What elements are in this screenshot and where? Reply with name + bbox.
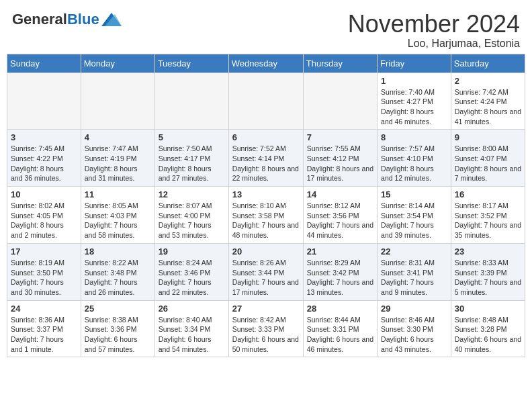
day-info: Sunrise: 7:50 AMSunset: 4:17 PMDaylight:… bbox=[159, 144, 225, 183]
day-number: 18 bbox=[85, 246, 151, 257]
day-info: Sunrise: 8:31 AMSunset: 3:41 PMDaylight:… bbox=[381, 258, 447, 298]
calendar-cell: 21Sunrise: 8:29 AMSunset: 3:42 PMDayligh… bbox=[303, 243, 377, 300]
calendar-cell: 23Sunrise: 8:33 AMSunset: 3:39 PMDayligh… bbox=[451, 243, 525, 300]
day-number: 19 bbox=[159, 246, 225, 257]
day-header-tuesday: Tuesday bbox=[154, 54, 228, 73]
day-number: 15 bbox=[381, 189, 447, 199]
day-info: Sunrise: 7:52 AMSunset: 4:14 PMDaylight:… bbox=[232, 144, 300, 183]
day-info: Sunrise: 8:05 AMSunset: 4:03 PMDaylight:… bbox=[85, 201, 151, 240]
day-info: Sunrise: 8:10 AMSunset: 3:58 PMDaylight:… bbox=[232, 201, 300, 240]
day-info: Sunrise: 7:42 AMSunset: 4:24 PMDaylight:… bbox=[455, 87, 521, 127]
calendar-cell: 12Sunrise: 8:07 AMSunset: 4:00 PMDayligh… bbox=[154, 187, 228, 244]
day-info: Sunrise: 8:24 AMSunset: 3:46 PMDaylight:… bbox=[159, 258, 225, 298]
day-number: 22 bbox=[381, 246, 447, 257]
calendar-week-row: 17Sunrise: 8:19 AMSunset: 3:50 PMDayligh… bbox=[7, 243, 525, 300]
day-number: 13 bbox=[232, 189, 300, 199]
day-info: Sunrise: 8:46 AMSunset: 3:30 PMDaylight:… bbox=[381, 315, 447, 355]
day-info: Sunrise: 8:02 AMSunset: 4:05 PMDaylight:… bbox=[11, 201, 77, 240]
day-number: 5 bbox=[159, 132, 225, 142]
logo: GeneralBlue bbox=[12, 11, 122, 28]
day-info: Sunrise: 8:07 AMSunset: 4:00 PMDaylight:… bbox=[159, 201, 225, 240]
day-number: 3 bbox=[11, 132, 77, 142]
day-number: 12 bbox=[159, 189, 225, 199]
day-number: 24 bbox=[11, 304, 77, 314]
day-info: Sunrise: 8:22 AMSunset: 3:48 PMDaylight:… bbox=[85, 258, 151, 298]
calendar-cell: 9Sunrise: 8:00 AMSunset: 4:07 PMDaylight… bbox=[451, 130, 525, 187]
calendar-cell bbox=[303, 73, 377, 130]
day-number: 25 bbox=[85, 304, 151, 314]
day-header-saturday: Saturday bbox=[451, 54, 525, 73]
calendar-cell: 22Sunrise: 8:31 AMSunset: 3:41 PMDayligh… bbox=[378, 243, 451, 300]
day-info: Sunrise: 8:36 AMSunset: 3:37 PMDaylight:… bbox=[11, 315, 77, 355]
calendar-cell bbox=[81, 73, 154, 130]
calendar-cell: 13Sunrise: 8:10 AMSunset: 3:58 PMDayligh… bbox=[228, 187, 303, 244]
page-header: GeneralBlue November 2024 Loo, Harjumaa,… bbox=[7, 7, 525, 50]
calendar-table: SundayMondayTuesdayWednesdayThursdayFrid… bbox=[7, 54, 525, 358]
logo-icon bbox=[101, 13, 122, 26]
calendar-cell bbox=[228, 73, 303, 130]
calendar-week-row: 10Sunrise: 8:02 AMSunset: 4:05 PMDayligh… bbox=[7, 187, 525, 244]
calendar-header-row: SundayMondayTuesdayWednesdayThursdayFrid… bbox=[7, 54, 525, 73]
calendar-cell: 7Sunrise: 7:55 AMSunset: 4:12 PMDaylight… bbox=[303, 130, 377, 187]
day-header-sunday: Sunday bbox=[7, 54, 81, 73]
day-info: Sunrise: 8:33 AMSunset: 3:39 PMDaylight:… bbox=[455, 258, 521, 298]
calendar-cell: 17Sunrise: 8:19 AMSunset: 3:50 PMDayligh… bbox=[7, 243, 81, 300]
day-number: 14 bbox=[307, 189, 373, 199]
calendar-cell: 18Sunrise: 8:22 AMSunset: 3:48 PMDayligh… bbox=[81, 243, 154, 300]
calendar-cell: 16Sunrise: 8:17 AMSunset: 3:52 PMDayligh… bbox=[451, 187, 525, 244]
day-info: Sunrise: 8:19 AMSunset: 3:50 PMDaylight:… bbox=[11, 258, 77, 298]
calendar-cell: 5Sunrise: 7:50 AMSunset: 4:17 PMDaylight… bbox=[154, 130, 228, 187]
day-info: Sunrise: 8:14 AMSunset: 3:54 PMDaylight:… bbox=[381, 201, 447, 240]
day-info: Sunrise: 8:29 AMSunset: 3:42 PMDaylight:… bbox=[307, 258, 373, 298]
day-number: 28 bbox=[307, 304, 373, 314]
calendar-cell: 20Sunrise: 8:26 AMSunset: 3:44 PMDayligh… bbox=[228, 243, 303, 300]
calendar-cell: 6Sunrise: 7:52 AMSunset: 4:14 PMDaylight… bbox=[228, 130, 303, 187]
calendar-cell: 26Sunrise: 8:40 AMSunset: 3:34 PMDayligh… bbox=[154, 300, 228, 357]
calendar-cell: 2Sunrise: 7:42 AMSunset: 4:24 PMDaylight… bbox=[451, 73, 525, 130]
day-header-friday: Friday bbox=[378, 54, 451, 73]
calendar-cell bbox=[154, 73, 228, 130]
calendar-cell: 10Sunrise: 8:02 AMSunset: 4:05 PMDayligh… bbox=[7, 187, 81, 244]
day-header-monday: Monday bbox=[81, 54, 154, 73]
day-info: Sunrise: 8:44 AMSunset: 3:31 PMDaylight:… bbox=[307, 315, 373, 355]
month-title: November 2024 bbox=[348, 11, 520, 38]
calendar-week-row: 3Sunrise: 7:45 AMSunset: 4:22 PMDaylight… bbox=[7, 130, 525, 187]
day-header-thursday: Thursday bbox=[303, 54, 377, 73]
day-info: Sunrise: 7:57 AMSunset: 4:10 PMDaylight:… bbox=[381, 144, 447, 183]
day-number: 27 bbox=[232, 304, 300, 314]
day-number: 29 bbox=[381, 304, 447, 314]
day-info: Sunrise: 8:12 AMSunset: 3:56 PMDaylight:… bbox=[307, 201, 373, 240]
calendar-cell: 30Sunrise: 8:48 AMSunset: 3:28 PMDayligh… bbox=[451, 300, 525, 357]
day-info: Sunrise: 8:38 AMSunset: 3:36 PMDaylight:… bbox=[85, 315, 151, 355]
day-number: 30 bbox=[455, 304, 521, 314]
day-number: 16 bbox=[455, 189, 521, 199]
calendar-cell: 29Sunrise: 8:46 AMSunset: 3:30 PMDayligh… bbox=[378, 300, 451, 357]
calendar-week-row: 1Sunrise: 7:40 AMSunset: 4:27 PMDaylight… bbox=[7, 73, 525, 130]
day-info: Sunrise: 8:42 AMSunset: 3:33 PMDaylight:… bbox=[232, 315, 300, 355]
calendar-cell: 15Sunrise: 8:14 AMSunset: 3:54 PMDayligh… bbox=[378, 187, 451, 244]
calendar-cell: 27Sunrise: 8:42 AMSunset: 3:33 PMDayligh… bbox=[228, 300, 303, 357]
day-info: Sunrise: 7:45 AMSunset: 4:22 PMDaylight:… bbox=[11, 144, 77, 183]
location: Loo, Harjumaa, Estonia bbox=[348, 38, 520, 50]
day-number: 23 bbox=[455, 246, 521, 257]
calendar-cell: 25Sunrise: 8:38 AMSunset: 3:36 PMDayligh… bbox=[81, 300, 154, 357]
day-number: 26 bbox=[159, 304, 225, 314]
day-header-wednesday: Wednesday bbox=[228, 54, 303, 73]
day-info: Sunrise: 8:48 AMSunset: 3:28 PMDaylight:… bbox=[455, 315, 521, 355]
calendar-cell: 11Sunrise: 8:05 AMSunset: 4:03 PMDayligh… bbox=[81, 187, 154, 244]
day-info: Sunrise: 7:47 AMSunset: 4:19 PMDaylight:… bbox=[85, 144, 151, 183]
calendar-cell: 28Sunrise: 8:44 AMSunset: 3:31 PMDayligh… bbox=[303, 300, 377, 357]
day-info: Sunrise: 8:00 AMSunset: 4:07 PMDaylight:… bbox=[455, 144, 521, 183]
calendar-cell: 3Sunrise: 7:45 AMSunset: 4:22 PMDaylight… bbox=[7, 130, 81, 187]
day-info: Sunrise: 8:17 AMSunset: 3:52 PMDaylight:… bbox=[455, 201, 521, 240]
day-info: Sunrise: 7:55 AMSunset: 4:12 PMDaylight:… bbox=[307, 144, 373, 183]
day-number: 21 bbox=[307, 246, 373, 257]
day-number: 4 bbox=[85, 132, 151, 142]
day-info: Sunrise: 7:40 AMSunset: 4:27 PMDaylight:… bbox=[381, 87, 447, 127]
day-number: 7 bbox=[307, 132, 373, 142]
calendar-week-row: 24Sunrise: 8:36 AMSunset: 3:37 PMDayligh… bbox=[7, 300, 525, 357]
day-number: 17 bbox=[11, 246, 77, 257]
calendar-cell: 14Sunrise: 8:12 AMSunset: 3:56 PMDayligh… bbox=[303, 187, 377, 244]
day-number: 10 bbox=[11, 189, 77, 199]
day-number: 6 bbox=[232, 132, 300, 142]
